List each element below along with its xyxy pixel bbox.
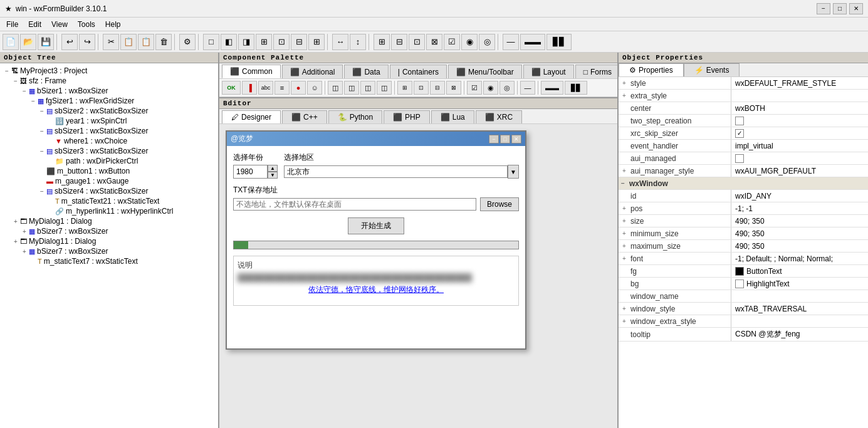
tb-expand-h[interactable]: ↔ bbox=[332, 34, 348, 50]
editor-tab-designer[interactable]: 🖊 Designer bbox=[222, 110, 281, 123]
prop-value-aui-managed[interactable] bbox=[731, 152, 868, 164]
prop-value-bg[interactable]: HighlightText bbox=[731, 278, 868, 290]
prop-value-two-step[interactable] bbox=[731, 115, 868, 127]
editor-tab-python[interactable]: 🐍 Python bbox=[328, 110, 382, 123]
palette-icon-ctrl1[interactable]: ◫ bbox=[328, 81, 343, 95]
palette-icon-grid2[interactable]: ⊡ bbox=[414, 81, 429, 95]
tree-item[interactable]: + ▦ bSizer7 : wxBoxSizer bbox=[0, 226, 218, 236]
tb-align4[interactable]: ⊞ bbox=[256, 34, 272, 50]
tree-item[interactable]: − ▤ sbSizer4 : wxStaticBoxSizer bbox=[0, 186, 218, 196]
tb-grid4[interactable]: ⊠ bbox=[426, 34, 442, 50]
palette-icon-grid3[interactable]: ⊟ bbox=[430, 81, 445, 95]
tb-progress[interactable]: ▊▊ bbox=[546, 34, 572, 50]
tree-toggle[interactable] bbox=[46, 198, 55, 205]
expand-icon[interactable]: + bbox=[622, 305, 629, 312]
menu-edit[interactable]: Edit bbox=[23, 19, 46, 30]
year-input[interactable] bbox=[233, 165, 268, 179]
tree-toggle[interactable]: + bbox=[11, 218, 20, 225]
path-input[interactable] bbox=[233, 198, 476, 211]
tree-toggle[interactable] bbox=[46, 208, 55, 215]
close-button[interactable]: ✕ bbox=[849, 3, 863, 14]
tree-toggle[interactable]: + bbox=[11, 238, 20, 245]
editor-tab-cpp[interactable]: ⬛ C++ bbox=[282, 110, 327, 123]
tree-toggle[interactable] bbox=[46, 138, 55, 145]
tb-undo[interactable]: ↩ bbox=[61, 34, 78, 50]
link-text[interactable]: 依法守德，恪守底线，维护网络好秩序。 bbox=[238, 284, 515, 295]
tree-toggle[interactable] bbox=[38, 168, 46, 175]
tree-toggle[interactable]: − bbox=[3, 68, 11, 75]
tree-item[interactable]: + 🗔 MyDialog1 : Dialog bbox=[0, 216, 218, 226]
palette-tab-containers[interactable]: | Containers bbox=[390, 65, 447, 78]
palette-tab-layout[interactable]: ⬛ Layout bbox=[523, 65, 574, 78]
tree-item[interactable]: T m_staticText21 : wxStaticText bbox=[0, 196, 218, 206]
tree-item[interactable]: 🔗 m_hyperlink11 : wxHyperlinkCtrl bbox=[0, 206, 218, 216]
tree-toggle[interactable]: − bbox=[29, 98, 38, 105]
tree-item[interactable]: 🔢 year1 : wxSpinCtrl bbox=[0, 116, 218, 126]
palette-icon-checkbox[interactable]: ☑ bbox=[467, 81, 482, 95]
tb-redo[interactable]: ↪ bbox=[79, 34, 95, 50]
tree-item[interactable]: − ▦ bSizer1 : wxBoxSizer bbox=[0, 86, 218, 96]
tree-toggle[interactable]: − bbox=[38, 128, 46, 135]
maximize-button[interactable]: □ bbox=[833, 3, 847, 14]
tb-radio1[interactable]: ◉ bbox=[461, 34, 478, 50]
palette-tab-forms[interactable]: □ Forms bbox=[575, 65, 617, 78]
tree-toggle[interactable]: + bbox=[20, 228, 29, 235]
tree-toggle[interactable]: − bbox=[11, 78, 20, 85]
generate-button[interactable]: 开始生成 bbox=[348, 217, 404, 234]
menu-tools[interactable]: Tools bbox=[73, 19, 100, 30]
palette-tab-data[interactable]: ⬛ Data bbox=[344, 65, 388, 78]
tree-toggle[interactable]: − bbox=[38, 108, 46, 115]
tree-toggle[interactable]: + bbox=[20, 248, 29, 255]
palette-tab-additional[interactable]: ⬛ Additional bbox=[282, 65, 343, 78]
tb-align1[interactable]: □ bbox=[203, 34, 219, 50]
dialog-titlebar[interactable]: @览梦 − □ ✕ bbox=[227, 132, 525, 146]
tree-toggle[interactable] bbox=[46, 118, 55, 125]
tb-gauge[interactable]: ▬▬ bbox=[520, 34, 545, 50]
tree-toggle[interactable]: − bbox=[20, 88, 29, 95]
palette-icon-face[interactable]: ☺ bbox=[307, 81, 322, 95]
menu-help[interactable]: Help bbox=[100, 19, 126, 30]
tb-align5[interactable]: ⊡ bbox=[273, 34, 290, 50]
design-canvas[interactable]: @览梦 − □ ✕ 选择年份 bbox=[219, 124, 617, 428]
tb-line[interactable]: — bbox=[503, 34, 519, 50]
dialog-minimize[interactable]: − bbox=[489, 135, 499, 144]
tb-new[interactable]: 📄 bbox=[3, 34, 19, 50]
tb-radio2[interactable]: ◎ bbox=[479, 34, 495, 50]
tb-expand-v[interactable]: ↕ bbox=[350, 34, 366, 50]
combo-dropdown[interactable]: ▼ bbox=[508, 165, 519, 179]
spin-down[interactable]: ▼ bbox=[268, 172, 278, 179]
tb-checkbox[interactable]: ☑ bbox=[444, 34, 460, 50]
region-input[interactable] bbox=[284, 165, 508, 178]
tb-open[interactable]: 📂 bbox=[20, 34, 36, 50]
expand-icon[interactable]: + bbox=[622, 217, 629, 224]
tb-cut[interactable]: ✂ bbox=[103, 34, 119, 50]
tree-item[interactable]: ▼ where1 : wxChoice bbox=[0, 136, 218, 146]
tree-item[interactable]: ▬ m_gauge1 : wxGauge bbox=[0, 176, 218, 186]
tb-delete[interactable]: 🗑 bbox=[155, 34, 172, 50]
palette-icon-gauge1[interactable]: ▬▬ bbox=[541, 81, 563, 95]
palette-icon-ok[interactable]: OK bbox=[222, 81, 241, 95]
collapse-icon[interactable]: − bbox=[621, 180, 627, 187]
menu-view[interactable]: View bbox=[46, 19, 73, 30]
prop-value-fg[interactable]: ButtonText bbox=[731, 265, 868, 277]
tree-item[interactable]: + ▦ bSizer7 : wxBoxSizer bbox=[0, 246, 218, 256]
tree-item[interactable]: − ▤ sbSizer3 : wxStaticBoxSizer bbox=[0, 146, 218, 156]
palette-icon-line[interactable]: — bbox=[520, 81, 535, 95]
tree-item[interactable]: ⬛ m_button1 : wxButton bbox=[0, 166, 218, 176]
expand-icon[interactable]: + bbox=[622, 255, 629, 262]
tb-align7[interactable]: ⊞ bbox=[308, 34, 325, 50]
tree-item[interactable]: 📁 path : wxDirPickerCtrl bbox=[0, 156, 218, 166]
checkbox-two-step[interactable] bbox=[735, 117, 744, 125]
minimize-button[interactable]: − bbox=[817, 3, 830, 14]
palette-icon-radio2[interactable]: ◎ bbox=[499, 81, 515, 95]
tree-item[interactable]: T m_staticText7 : wxStaticText bbox=[0, 256, 218, 266]
expand-icon[interactable]: + bbox=[622, 318, 629, 325]
tree-item[interactable]: − ▦ fgSizer1 : wxFlexGridSizer bbox=[0, 96, 218, 106]
tree-toggle[interactable] bbox=[46, 158, 55, 165]
tb-grid3[interactable]: ⊡ bbox=[409, 34, 425, 50]
browse-button[interactable]: Browse bbox=[480, 197, 519, 211]
dialog-close[interactable]: ✕ bbox=[511, 135, 521, 144]
expand-icon[interactable]: + bbox=[622, 80, 629, 86]
tree-item[interactable]: − 🏗 MyProject3 : Project bbox=[0, 66, 218, 76]
tb-save[interactable]: 💾 bbox=[38, 34, 54, 50]
